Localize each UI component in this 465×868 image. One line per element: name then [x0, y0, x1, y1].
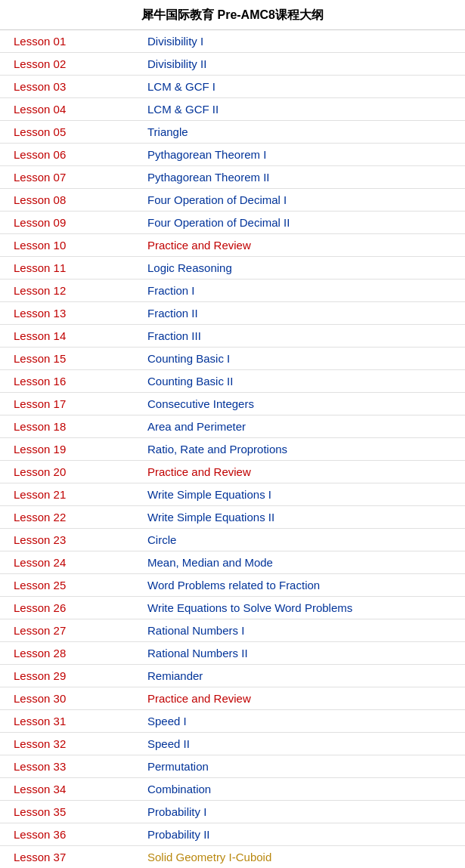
table-row: Lesson 11Logic Reasoning [0, 257, 465, 280]
lesson-number: Lesson 07 [0, 166, 140, 189]
table-row: Lesson 30Practice and Review [0, 687, 465, 710]
table-row: Lesson 23Circle [0, 529, 465, 551]
lesson-number: Lesson 24 [0, 551, 140, 574]
lesson-number: Lesson 15 [0, 348, 140, 370]
lesson-number: Lesson 05 [0, 121, 140, 144]
table-row: Lesson 20Practice and Review [0, 461, 465, 483]
lesson-title: Divisibility I [140, 30, 465, 53]
table-row: Lesson 37Solid Geometry I-Cuboid [0, 846, 465, 869]
lesson-number: Lesson 27 [0, 619, 140, 642]
lesson-title: Pythagorean Theorem II [140, 166, 465, 189]
lesson-number: Lesson 16 [0, 370, 140, 393]
page-title: 犀牛国际教育 Pre-AMC8课程大纲 [0, 0, 465, 30]
lesson-number: Lesson 37 [0, 846, 140, 869]
lesson-number: Lesson 11 [0, 257, 140, 280]
lesson-title: Triangle [140, 121, 465, 144]
lesson-number: Lesson 14 [0, 325, 140, 348]
table-row: Lesson 35Probability I [0, 801, 465, 823]
table-row: Lesson 13Fraction II [0, 302, 465, 325]
table-row: Lesson 15Counting Basic I [0, 348, 465, 370]
lesson-title: Fraction III [140, 325, 465, 348]
table-row: Lesson 01Divisibility I [0, 30, 465, 53]
lesson-title: Write Simple Equations I [140, 483, 465, 506]
lesson-title: Remiander [140, 665, 465, 687]
lesson-title: Combination [140, 778, 465, 801]
lesson-number: Lesson 31 [0, 710, 140, 733]
lesson-title: Rational Numbers II [140, 642, 465, 665]
lesson-title: Practice and Review [140, 687, 465, 710]
lesson-number: Lesson 29 [0, 665, 140, 687]
lesson-number: Lesson 18 [0, 415, 140, 438]
lesson-number: Lesson 22 [0, 506, 140, 529]
table-row: Lesson 03LCM & GCF I [0, 76, 465, 98]
lesson-number: Lesson 34 [0, 778, 140, 801]
table-row: Lesson 31Speed I [0, 710, 465, 733]
table-row: Lesson 25Word Problems related to Fracti… [0, 574, 465, 597]
lesson-number: Lesson 17 [0, 393, 140, 415]
lesson-table: Lesson 01Divisibility ILesson 02Divisibi… [0, 30, 465, 868]
table-row: Lesson 14Fraction III [0, 325, 465, 348]
lesson-number: Lesson 35 [0, 801, 140, 823]
lesson-number: Lesson 01 [0, 30, 140, 53]
lesson-title: Practice and Review [140, 234, 465, 257]
table-row: Lesson 18Area and Perimeter [0, 415, 465, 438]
lesson-number: Lesson 08 [0, 189, 140, 212]
lesson-title: Fraction II [140, 302, 465, 325]
table-row: Lesson 16Counting Basic II [0, 370, 465, 393]
table-row: Lesson 26Write Equations to Solve Word P… [0, 597, 465, 619]
table-row: Lesson 07Pythagorean Theorem II [0, 166, 465, 189]
lesson-number: Lesson 03 [0, 76, 140, 98]
lesson-number: Lesson 06 [0, 144, 140, 166]
table-row: Lesson 19Ratio, Rate and Proprotions [0, 438, 465, 461]
lesson-title: Consecutive Integers [140, 393, 465, 415]
table-row: Lesson 33Permutation [0, 755, 465, 778]
table-row: Lesson 34Combination [0, 778, 465, 801]
lesson-title: Speed II [140, 733, 465, 755]
lesson-number: Lesson 12 [0, 280, 140, 302]
table-row: Lesson 24Mean, Median and Mode [0, 551, 465, 574]
lesson-title: LCM & GCF II [140, 98, 465, 121]
lesson-title: Practice and Review [140, 461, 465, 483]
table-row: Lesson 28Rational Numbers II [0, 642, 465, 665]
lesson-title: Write Equations to Solve Word Problems [140, 597, 465, 619]
lesson-title: Divisibility II [140, 53, 465, 76]
lesson-title: Write Simple Equations II [140, 506, 465, 529]
lesson-title: Area and Perimeter [140, 415, 465, 438]
lesson-title: Four Operation of Decimal I [140, 189, 465, 212]
lesson-number: Lesson 20 [0, 461, 140, 483]
table-row: Lesson 09Four Operation of Decimal II [0, 212, 465, 234]
table-row: Lesson 02Divisibility II [0, 53, 465, 76]
lesson-number: Lesson 28 [0, 642, 140, 665]
lesson-number: Lesson 09 [0, 212, 140, 234]
lesson-title: Ratio, Rate and Proprotions [140, 438, 465, 461]
lesson-title: Logic Reasoning [140, 257, 465, 280]
table-row: Lesson 21Write Simple Equations I [0, 483, 465, 506]
lesson-number: Lesson 30 [0, 687, 140, 710]
lesson-title: Circle [140, 529, 465, 551]
lesson-number: Lesson 10 [0, 234, 140, 257]
table-row: Lesson 29Remiander [0, 665, 465, 687]
table-row: Lesson 22Write Simple Equations II [0, 506, 465, 529]
lesson-title: Mean, Median and Mode [140, 551, 465, 574]
lesson-number: Lesson 19 [0, 438, 140, 461]
lesson-number: Lesson 23 [0, 529, 140, 551]
table-row: Lesson 17Consecutive Integers [0, 393, 465, 415]
table-row: Lesson 32Speed II [0, 733, 465, 755]
lesson-title: Permutation [140, 755, 465, 778]
lesson-number: Lesson 02 [0, 53, 140, 76]
lesson-number: Lesson 13 [0, 302, 140, 325]
lesson-title: Probability I [140, 801, 465, 823]
lesson-title: Probability II [140, 823, 465, 846]
table-row: Lesson 10Practice and Review [0, 234, 465, 257]
lesson-number: Lesson 26 [0, 597, 140, 619]
lesson-number: Lesson 36 [0, 823, 140, 846]
lesson-title: Pythagorean Theorem I [140, 144, 465, 166]
lesson-title: Counting Basic I [140, 348, 465, 370]
table-row: Lesson 04LCM & GCF II [0, 98, 465, 121]
lesson-title: Rational Numbers I [140, 619, 465, 642]
lesson-number: Lesson 04 [0, 98, 140, 121]
table-row: Lesson 27Rational Numbers I [0, 619, 465, 642]
table-row: Lesson 05Triangle [0, 121, 465, 144]
lesson-number: Lesson 33 [0, 755, 140, 778]
lesson-number: Lesson 21 [0, 483, 140, 506]
